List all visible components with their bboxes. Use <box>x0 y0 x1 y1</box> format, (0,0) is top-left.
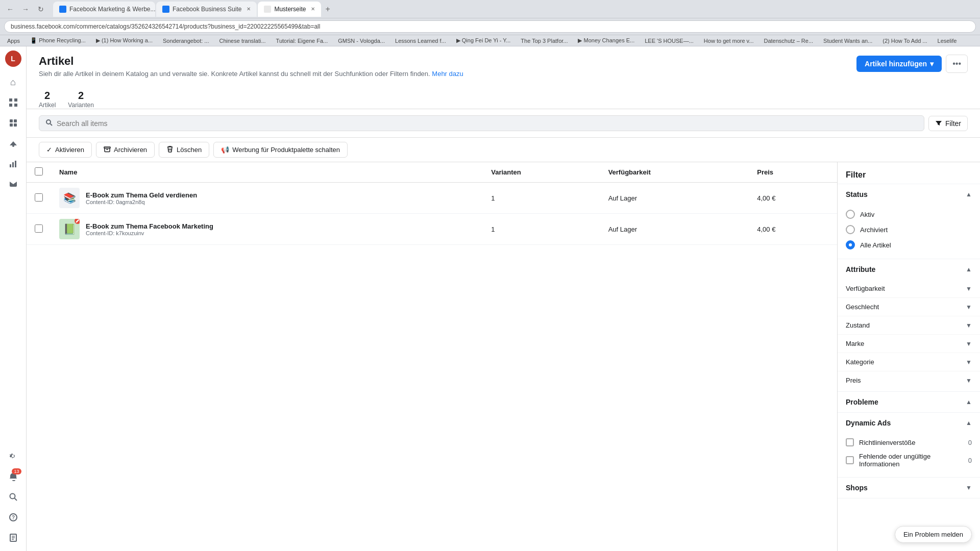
tab-label-3: Musterseite <box>274 6 306 13</box>
attribute-chevron-up-icon: ▲ <box>966 266 972 273</box>
search-input[interactable] <box>57 119 918 128</box>
address-bar-row <box>0 18 980 35</box>
select-all-checkbox[interactable] <box>35 167 43 176</box>
search-box[interactable] <box>39 115 924 131</box>
stat-varianten-label: Varianten <box>68 102 93 109</box>
filter-section-probleme: Probleme ▲ Dynamic Ads ▲ <box>838 392 980 478</box>
aktivieren-button[interactable]: ✓ Aktivieren <box>39 142 92 158</box>
row1-checkbox[interactable] <box>35 193 43 202</box>
row2-checkbox[interactable] <box>35 224 43 233</box>
dropdown-arrow-icon: ▾ <box>930 60 934 68</box>
sidebar-item-ads[interactable] <box>4 134 22 153</box>
bookmark-3[interactable]: Sonderangebot: ... <box>160 37 212 45</box>
dynamic-ads-checkbox-2[interactable] <box>846 456 854 464</box>
bookmark-apps[interactable]: Apps <box>4 37 23 45</box>
bookmark-6[interactable]: GMSN - Vologda... <box>335 37 388 45</box>
browser-tab-1[interactable]: Facebook Marketing & Werbe... ✕ <box>53 2 155 17</box>
dynamic-ads-body: Richtlinienverstöße 0 Fehlende oder ungü… <box>838 433 980 477</box>
attr-geschlecht-label: Geschlecht <box>846 303 879 311</box>
filter-panel: Filter Status ▲ Aktiv Archi <box>837 162 980 551</box>
bookmark-9[interactable]: The Top 3 Platfor... <box>518 37 571 45</box>
bookmark-10[interactable]: ▶ Money Changes E... <box>575 36 638 45</box>
filter-section-status-header[interactable]: Status ▲ <box>838 184 980 205</box>
search-toolbar: Filter <box>27 109 980 138</box>
bookmark-2[interactable]: ▶ (1) How Working a... <box>93 36 156 45</box>
svg-point-8 <box>12 145 14 147</box>
tab-close-2[interactable]: ✕ <box>247 6 251 12</box>
bookmark-15[interactable]: (2) How To Add ... <box>879 37 930 45</box>
sidebar-item-search[interactable] <box>4 488 22 506</box>
bookmark-4[interactable]: Chinese translati... <box>216 37 268 45</box>
bookmark-8[interactable]: ▶ Qing Fei De Yi - Y... <box>453 36 514 45</box>
product-name-1[interactable]: E-Book zum Thema Geld verdienen <box>86 191 197 199</box>
stat-artikel-value: 2 <box>39 90 56 102</box>
filter-status-body: Aktiv Archiviert Alle Artikel <box>838 205 980 259</box>
dynamic-ads-checkbox-1[interactable] <box>846 438 854 446</box>
sidebar-item-pages[interactable] <box>4 529 22 547</box>
forward-button[interactable]: → <box>19 3 32 15</box>
svg-point-12 <box>10 494 15 499</box>
megaphone-icon: 📢 <box>221 146 229 154</box>
bookmark-12[interactable]: How to get more v... <box>701 37 757 45</box>
sidebar-item-settings[interactable] <box>4 447 22 465</box>
bookmark-1[interactable]: 📱 Phone Recycling... <box>27 36 89 45</box>
avatar[interactable]: L <box>5 51 21 67</box>
status-chevron-up-icon: ▲ <box>966 191 972 198</box>
bookmark-16[interactable]: Leselife <box>935 37 960 45</box>
filter-section-shops-header[interactable]: Shops ▼ <box>838 478 980 498</box>
filter-button[interactable]: Filter <box>928 116 968 131</box>
sidebar-item-help[interactable]: ? <box>4 508 22 527</box>
dynamic-ads-label: Dynamic Ads <box>846 419 891 427</box>
add-artikel-button[interactable]: Artikel hinzufügen ▾ <box>856 56 942 72</box>
filter-status-archiviert[interactable]: Archiviert <box>846 222 972 237</box>
filter-section-attribute-header[interactable]: Attribute ▲ <box>838 259 980 280</box>
sidebar-item-analytics[interactable] <box>4 155 22 173</box>
filter-attr-geschlecht[interactable]: Geschlecht ▼ <box>838 298 980 316</box>
filter-section-dynamic-ads-header[interactable]: Dynamic Ads ▲ <box>838 413 980 433</box>
archivieren-button[interactable]: Archivieren <box>96 142 155 158</box>
filter-attr-preis[interactable]: Preis ▼ <box>838 371 980 389</box>
filter-status-aktiv[interactable]: Aktiv <box>846 207 972 222</box>
browser-tab-3[interactable]: Musterseite ✕ <box>258 2 321 17</box>
bookmark-11[interactable]: LEE 'S HOUSE—... <box>642 37 697 45</box>
new-tab-button[interactable]: + <box>322 4 333 15</box>
browser-controls: ← → ↻ <box>4 3 47 15</box>
report-problem-button[interactable]: Ein Problem melden <box>895 526 972 543</box>
sidebar-item-home[interactable]: ⌂ <box>4 73 22 91</box>
filter-section-probleme-header[interactable]: Probleme ▲ <box>838 392 980 412</box>
tab-close-3[interactable]: ✕ <box>311 6 315 12</box>
filter-attr-kategorie[interactable]: Kategorie ▼ <box>838 353 980 371</box>
bookmark-7[interactable]: Lessons Learned f... <box>392 37 449 45</box>
filter-attr-zustand[interactable]: Zustand ▼ <box>838 316 980 335</box>
browser-tab-2[interactable]: Facebook Business Suite ✕ <box>156 2 257 17</box>
filter-attribute-label: Attribute <box>846 265 875 273</box>
back-button[interactable]: ← <box>4 3 16 15</box>
more-options-button[interactable]: ••• <box>946 55 968 73</box>
loeschen-button[interactable]: Löschen <box>159 142 209 158</box>
bookmark-13[interactable]: Datenschutz – Re... <box>761 37 816 45</box>
product-name-2[interactable]: E-Book zum Thema Facebook Marketing <box>86 222 213 230</box>
sidebar-item-catalog[interactable] <box>4 114 22 132</box>
reload-button[interactable]: ↻ <box>35 3 47 15</box>
filter-attr-verfugbarkeit[interactable]: Verfügbarkeit ▼ <box>838 280 980 298</box>
sidebar-item-inbox[interactable] <box>4 175 22 193</box>
bookmark-5[interactable]: Tutorial: Eigene Fa... <box>273 37 331 45</box>
sidebar-item-notifications[interactable]: 13 <box>4 467 22 486</box>
attr-preis-label: Preis <box>846 377 861 384</box>
bookmarks-bar: Apps 📱 Phone Recycling... ▶ (1) How Work… <box>0 35 980 46</box>
filter-status-alle-label: Alle Artikel <box>860 241 891 249</box>
table-row: 📚 E-Book zum Thema Geld verdienen Conten… <box>27 183 837 214</box>
attr-zustand-label: Zustand <box>846 321 870 329</box>
tab-favicon-3 <box>264 6 271 13</box>
dynamic-ads-chevron-up-icon: ▲ <box>966 419 972 427</box>
filter-panel-title: Filter <box>838 162 980 184</box>
dynamic-ads-count-1: 0 <box>968 439 972 446</box>
filter-attr-marke[interactable]: Marke ▼ <box>838 335 980 353</box>
mehr-dazu-link[interactable]: Mehr dazu <box>432 70 463 78</box>
address-bar[interactable] <box>4 20 976 33</box>
werbung-button[interactable]: 📢 Werbung für Produktpalette schalten <box>213 142 348 158</box>
bookmark-14[interactable]: Student Wants an... <box>820 37 875 45</box>
filter-status-alle[interactable]: Alle Artikel <box>846 237 972 253</box>
sidebar-item-grid[interactable] <box>4 93 22 112</box>
stat-varianten-value: 2 <box>68 90 93 102</box>
